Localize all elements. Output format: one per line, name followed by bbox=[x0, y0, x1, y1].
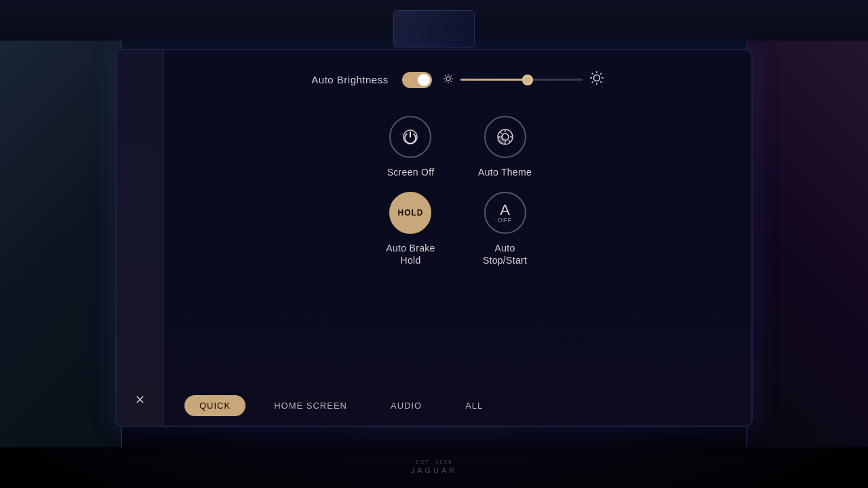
svg-line-16 bbox=[600, 73, 601, 75]
svg-line-14 bbox=[591, 73, 593, 75]
auto-stop-start-icon: A OFF bbox=[484, 192, 526, 234]
svg-line-17 bbox=[591, 81, 593, 83]
auto-brake-hold-icon: HOLD bbox=[389, 192, 431, 234]
svg-line-7 bbox=[450, 75, 451, 76]
sidebar: ✕ bbox=[117, 50, 164, 426]
brightness-slider-track[interactable] bbox=[460, 79, 583, 81]
sun-icon-small bbox=[443, 73, 454, 86]
seat-left bbox=[0, 41, 122, 447]
a-icon: A bbox=[500, 203, 510, 218]
auto-stop-start-item[interactable]: A OFF AutoStop/Start bbox=[478, 192, 532, 266]
brightness-slider-thumb[interactable] bbox=[522, 75, 533, 85]
auto-brake-hold-label: Auto BrakeHold bbox=[386, 242, 435, 266]
main-panel: Auto Brightness bbox=[164, 50, 751, 426]
tab-home-screen[interactable]: HOME SCREEN bbox=[259, 395, 362, 416]
screen-off-label: Screen Off bbox=[387, 166, 435, 178]
close-icon: ✕ bbox=[135, 392, 145, 407]
auto-brake-hold-item[interactable]: HOLD Auto BrakeHold bbox=[384, 192, 437, 266]
screen-content: ✕ Auto Brightness bbox=[117, 50, 751, 426]
screen-off-icon bbox=[389, 116, 431, 158]
screen-off-item[interactable]: Screen Off bbox=[384, 116, 437, 178]
svg-point-0 bbox=[446, 77, 450, 81]
tab-quick[interactable]: QUICK bbox=[184, 395, 245, 416]
auto-brightness-label: Auto Brightness bbox=[311, 74, 388, 85]
tab-audio[interactable]: AUDIO bbox=[376, 395, 437, 416]
dashboard-top bbox=[0, 0, 868, 51]
tab-all[interactable]: ALL bbox=[450, 395, 498, 416]
jaguar-branding: EST. 1935 JAGUAR bbox=[411, 459, 458, 474]
center-display-unit bbox=[393, 10, 475, 47]
off-icon: OFF bbox=[498, 218, 512, 224]
brightness-row: Auto Brightness bbox=[191, 70, 724, 89]
seat-right bbox=[746, 41, 868, 447]
jaguar-est: EST. 1935 bbox=[411, 459, 458, 465]
tab-bar: QUICK HOME SCREEN AUDIO ALL bbox=[164, 385, 751, 426]
auto-theme-icon bbox=[484, 116, 526, 158]
svg-line-25 bbox=[500, 132, 501, 134]
svg-line-26 bbox=[508, 140, 509, 142]
brightness-slider-fill bbox=[460, 79, 528, 81]
brightness-slider-container bbox=[443, 70, 604, 89]
auto-theme-label: Auto Theme bbox=[478, 166, 532, 178]
auto-theme-item[interactable]: Auto Theme bbox=[478, 116, 532, 178]
quick-settings-grid: Screen Off bbox=[384, 116, 532, 267]
sun-icon-large bbox=[589, 70, 604, 89]
auto-stop-start-label: AutoStop/Start bbox=[483, 242, 527, 266]
svg-line-15 bbox=[600, 81, 601, 83]
svg-point-9 bbox=[593, 75, 599, 81]
svg-line-8 bbox=[445, 81, 446, 82]
hold-text: HOLD bbox=[397, 208, 423, 218]
svg-line-6 bbox=[450, 81, 451, 82]
auto-brightness-toggle[interactable] bbox=[402, 72, 432, 88]
close-button[interactable]: ✕ bbox=[128, 388, 153, 412]
jaguar-name: JAGUAR bbox=[411, 466, 458, 474]
screen-bezel: ✕ Auto Brightness bbox=[115, 49, 753, 427]
svg-line-5 bbox=[445, 75, 446, 76]
